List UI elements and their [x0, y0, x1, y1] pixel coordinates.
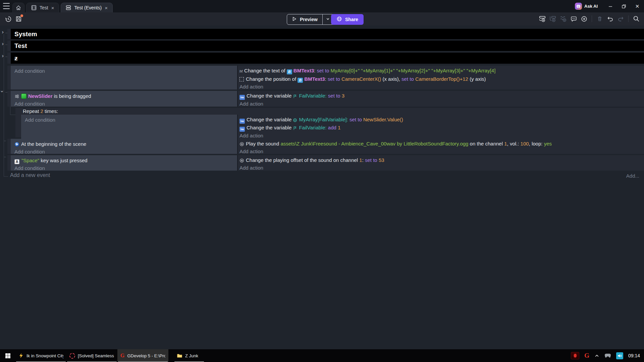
- menu-hamburger-icon[interactable]: [3, 3, 10, 9]
- add-action-button[interactable]: Add action: [238, 100, 644, 107]
- action-line[interactable]: txtChange the text of BBMText3: set to M…: [238, 67, 644, 75]
- gdevelop-icon: G: [120, 353, 124, 359]
- actions-column: VarChange the variable FailVariable: set…: [238, 91, 644, 107]
- tray-timer-icon[interactable]: 0: [571, 352, 579, 359]
- tray-expand-icon[interactable]: [594, 353, 599, 358]
- text-segment: FailVariable:: [299, 125, 326, 130]
- add-action-button[interactable]: Add action: [238, 132, 644, 139]
- tab-scene[interactable]: Test ×: [26, 3, 59, 12]
- action-line[interactable]: Play the sound assets\Z Junk\Freesound -…: [238, 140, 644, 147]
- preview-button[interactable]: Preview: [287, 14, 334, 25]
- close-button[interactable]: ✕: [631, 0, 644, 12]
- expand-chevron-icon[interactable]: ›: [0, 90, 4, 93]
- restore-button[interactable]: [617, 0, 631, 12]
- add-other-events-icon[interactable]: [559, 15, 567, 22]
- bmtext-object-icon: B: [287, 69, 292, 74]
- text-segment: , loop:: [529, 141, 544, 146]
- ask-ai-label: Ask AI: [584, 4, 598, 9]
- choose-event-type-icon[interactable]: [580, 15, 588, 22]
- text-segment: set to: [365, 157, 379, 163]
- text-segment: set to: [327, 93, 342, 99]
- group-label[interactable]: Test: [11, 41, 644, 51]
- row-grip: [7, 139, 11, 154]
- text-segment: Change the text of: [244, 68, 287, 73]
- start-button[interactable]: [0, 349, 15, 362]
- text-segment: assets\Z Junk\Freesound - Ambience_Cave_…: [280, 141, 468, 146]
- redo-icon[interactable]: [617, 15, 624, 22]
- group-label[interactable]: System: [11, 29, 644, 39]
- tree-dash: [4, 157, 6, 157]
- add-event-icon[interactable]: [539, 15, 546, 22]
- text-segment: Change the variable: [247, 117, 293, 122]
- event-group-row[interactable]: System: [7, 29, 644, 39]
- tab-events[interactable]: Test (Events) ×: [61, 3, 112, 12]
- repeat-header-line[interactable]: Repeat 2 times:: [19, 108, 644, 115]
- condition-line[interactable]: NewSlider is being dragged: [11, 92, 237, 100]
- action-line[interactable]: Change the playing offset of the sound o…: [238, 156, 644, 164]
- add-condition-button[interactable]: Add condition: [11, 148, 237, 154]
- actions-column: txtChange the text of BBMText3: set to M…: [238, 66, 644, 89]
- text-segment: (y axis): [468, 76, 486, 82]
- minimize-button[interactable]: [604, 0, 617, 12]
- event-group-row[interactable]: ƶ: [7, 53, 644, 64]
- close-tab-icon[interactable]: ×: [104, 5, 108, 10]
- text-segment: Change the variable: [247, 125, 293, 130]
- taskbar-item[interactable]: Ik in Snowpoint City (...: [15, 349, 66, 362]
- condition-line[interactable]: At the beginning of the scene: [11, 140, 237, 148]
- action-line[interactable]: VarChange the variable FailVariable: set…: [238, 92, 644, 100]
- action-line[interactable]: VarChange the variable MyArray[FailVaria…: [238, 116, 644, 124]
- add-action-button[interactable]: Add action: [238, 164, 644, 171]
- taskbar-item[interactable]: [Solved] Seamless loo...: [66, 349, 117, 362]
- add-comment-icon[interactable]: [570, 15, 577, 22]
- undo-icon[interactable]: [606, 15, 614, 22]
- share-label: Share: [345, 17, 358, 22]
- add-condition-button[interactable]: Add condition: [11, 67, 237, 75]
- globe-icon: [336, 16, 342, 23]
- tray-volume-icon[interactable]: [616, 352, 623, 359]
- add-action-button[interactable]: Add action: [238, 147, 644, 154]
- share-button[interactable]: Share: [331, 14, 364, 25]
- taskbar-item[interactable]: Z Junk: [174, 349, 205, 362]
- add-new-event-button[interactable]: Add a new event: [10, 172, 50, 178]
- text-segment: FailVariable:: [299, 93, 326, 99]
- add-subevent-icon[interactable]: [549, 15, 556, 22]
- action-line[interactable]: Change the position of BBMText3: set to …: [238, 75, 644, 83]
- tab-home[interactable]: [12, 3, 24, 12]
- tree-guide-branch: [10, 107, 16, 115]
- condition-line[interactable]: A"Space" key was just pressed: [11, 157, 237, 164]
- add-more-button[interactable]: Add...: [626, 173, 639, 179]
- delete-icon[interactable]: [596, 15, 603, 22]
- collapse-chevron-icon[interactable]: ›: [2, 42, 4, 46]
- event-group-row[interactable]: Test: [7, 41, 644, 51]
- action-line[interactable]: VarChange the variable FailVariable: add…: [238, 124, 644, 132]
- text-segment: times:: [43, 108, 58, 114]
- text-action-icon: txt: [239, 69, 243, 73]
- clock[interactable]: 09:14: [628, 353, 640, 358]
- preview-main[interactable]: Preview: [287, 14, 322, 24]
- history-icon[interactable]: [4, 15, 12, 23]
- row-grip: [7, 41, 11, 51]
- search-icon[interactable]: [633, 15, 640, 22]
- text-segment: add: [327, 125, 338, 130]
- add-condition-button[interactable]: Add condition: [11, 164, 237, 171]
- repeat-body: Repeat 2 times:Add conditionVarChange th…: [19, 108, 644, 137]
- taskbar-item[interactable]: GGDevelop 5 - E:\Progr...: [117, 349, 168, 362]
- ask-ai-button[interactable]: Ask AI: [569, 3, 604, 10]
- row-grip: [7, 66, 11, 89]
- taskbar-item-label: GDevelop 5 - E:\Progr...: [127, 353, 165, 358]
- chevron-down-icon: [326, 17, 330, 22]
- group-label[interactable]: ƶ: [11, 53, 644, 64]
- close-tab-icon[interactable]: ×: [51, 5, 55, 10]
- collapse-chevron-icon[interactable]: ›: [2, 54, 4, 58]
- add-action-button[interactable]: Add action: [238, 83, 644, 89]
- tray-gdevelop-icon[interactable]: G: [584, 352, 589, 359]
- add-condition-button[interactable]: Add condition: [11, 100, 237, 107]
- collapse-chevron-icon[interactable]: ›: [2, 30, 4, 35]
- text-segment: NewSlider.Value(): [363, 117, 403, 122]
- text-segment: Play the sound: [246, 141, 280, 146]
- save-icon[interactable]: [15, 15, 22, 23]
- text-segment: 2: [41, 108, 43, 114]
- text-segment: key was just pressed: [39, 158, 87, 163]
- add-condition-button[interactable]: Add condition: [21, 116, 237, 124]
- tray-gamepad-icon[interactable]: [604, 353, 611, 358]
